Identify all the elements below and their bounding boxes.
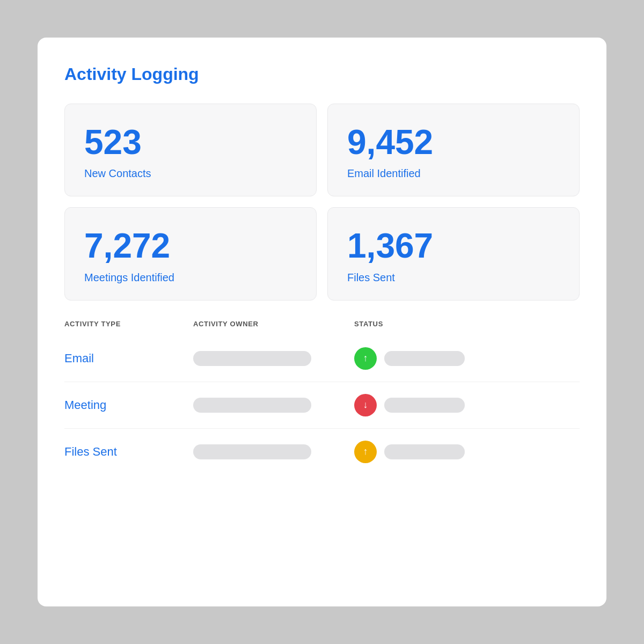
metric-label-meetings-identified: Meetings Identified [84, 272, 297, 284]
metric-value-new-contacts: 523 [84, 123, 297, 161]
activity-type-email: Email [64, 352, 193, 365]
metric-card-meetings-identified: 7,272 Meetings Identified [64, 207, 317, 300]
metric-card-files-sent: 1,367 Files Sent [327, 207, 580, 300]
table-header: ACTIVITY TYPE ACTIVITY OWNER STATUS [64, 320, 580, 335]
metric-value-email-identified: 9,452 [347, 123, 560, 161]
column-header-activity-owner: ACTIVITY OWNER [193, 320, 354, 328]
metric-label-email-identified: Email Identified [347, 167, 560, 180]
column-header-status: STATUS [354, 320, 580, 328]
arrow-down-icon [363, 399, 368, 411]
metric-label-files-sent: Files Sent [347, 272, 560, 284]
table-row-email: Email [64, 335, 580, 382]
activity-type-meeting: Meeting [64, 398, 193, 412]
arrow-up-icon-files [363, 446, 368, 457]
status-badge-meeting [354, 394, 377, 416]
metric-card-email-identified: 9,452 Email Identified [327, 104, 580, 196]
metric-label-new-contacts: New Contacts [84, 167, 297, 180]
owner-pill-meeting [193, 398, 354, 413]
main-container: Activity Logging 523 New Contacts 9,452 … [38, 38, 606, 606]
metrics-grid: 523 New Contacts 9,452 Email Identified … [64, 104, 580, 301]
status-pill-meeting [384, 398, 465, 413]
metric-value-files-sent: 1,367 [347, 227, 560, 265]
owner-pill-email [193, 351, 354, 366]
status-badge-email [354, 347, 377, 370]
metric-card-new-contacts: 523 New Contacts [64, 104, 317, 196]
page-title: Activity Logging [64, 64, 580, 84]
activity-table: ACTIVITY TYPE ACTIVITY OWNER STATUS Emai… [64, 320, 580, 475]
status-cell-files-sent [354, 441, 580, 463]
status-badge-files-sent [354, 441, 377, 463]
status-pill-files-sent [384, 444, 465, 459]
status-cell-meeting [354, 394, 580, 416]
owner-pill-files-sent [193, 444, 354, 459]
status-pill-email [384, 351, 465, 366]
table-row-files-sent: Files Sent [64, 429, 580, 475]
arrow-up-icon [363, 353, 368, 364]
activity-type-files-sent: Files Sent [64, 445, 193, 459]
status-cell-email [354, 347, 580, 370]
column-header-activity-type: ACTIVITY TYPE [64, 320, 193, 328]
table-row-meeting: Meeting [64, 382, 580, 429]
metric-value-meetings-identified: 7,272 [84, 227, 297, 265]
